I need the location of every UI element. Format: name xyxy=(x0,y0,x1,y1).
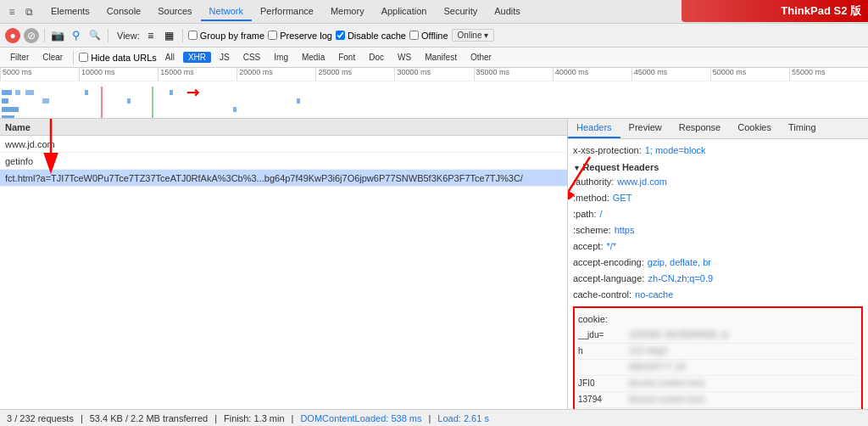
filter-all[interactable]: All xyxy=(160,52,180,63)
view-screenshot-button[interactable]: ▦ xyxy=(162,28,177,43)
filter-ws[interactable]: WS xyxy=(392,52,416,63)
request-headers-section[interactable]: Request Headers xyxy=(573,159,863,174)
cookie-key-1: h xyxy=(578,345,629,357)
header-key-accept: accept: xyxy=(573,240,603,253)
timeline-ticks: 5000 ms 10000 ms 15000 ms 20000 ms 25000… xyxy=(0,68,868,81)
name-column-header: Name xyxy=(0,122,567,132)
header-val-method: GET xyxy=(613,192,632,205)
cookie-val-3: blurred content here xyxy=(629,378,858,390)
header-val-language: zh-CN,zh;q=0.9 xyxy=(648,272,713,285)
filter-img[interactable]: Img xyxy=(269,52,293,63)
devtools-menu-icon[interactable]: ≡ xyxy=(3,3,20,20)
dock-icon[interactable]: ⧉ xyxy=(20,3,37,20)
header-cache: cache-control: no-cache xyxy=(573,287,863,303)
filter-media[interactable]: Media xyxy=(297,52,330,63)
tab-elements[interactable]: Elements xyxy=(42,3,98,21)
details-content: x-xss-protection: 1; mode=block Request … xyxy=(568,139,868,409)
requests-count: 3 / 232 requests xyxy=(7,413,74,423)
tick-9: 50000 ms xyxy=(710,68,789,81)
filter-other[interactable]: Other xyxy=(465,52,497,63)
filter-manifest[interactable]: Manifest xyxy=(420,52,462,63)
tab-application[interactable]: Application xyxy=(373,3,436,21)
group-by-frame-checkbox[interactable]: Group by frame xyxy=(188,31,264,41)
filter-css[interactable]: CSS xyxy=(238,52,266,63)
details-tab-headers[interactable]: Headers xyxy=(568,119,620,138)
camera-button[interactable]: 📷 xyxy=(50,28,65,43)
svg-rect-6 xyxy=(42,98,49,104)
cookie-key-2 xyxy=(578,362,629,373)
cookie-key-3: JFI0 xyxy=(578,378,629,390)
tab-performance[interactable]: Performance xyxy=(252,3,322,21)
offline-label: Offline xyxy=(421,31,448,41)
request-name-2: fct.html?a=TJI7TceW0Pu7Tce7TZ37TceATJ0Rf… xyxy=(5,173,523,183)
hide-data-urls-input[interactable] xyxy=(79,53,88,62)
network-toolbar: ● ⊘ 📷 ⚲ 🔍 View: ≡ ▦ Group by frame Prese… xyxy=(0,24,868,48)
clear-button[interactable]: Clear xyxy=(37,52,68,63)
svg-rect-10 xyxy=(233,107,236,112)
logo-text: ThinkPad S2 版 xyxy=(781,3,861,19)
header-method: :method: GET xyxy=(573,190,863,206)
details-tab-timing[interactable]: Timing xyxy=(780,119,825,138)
table-row[interactable]: www.jd.com xyxy=(0,136,567,153)
stop-button[interactable]: ⊘ xyxy=(24,28,39,43)
filter-button[interactable]: ⚲ xyxy=(69,28,84,43)
details-tab-response[interactable]: Response xyxy=(670,119,730,138)
preserve-log-input[interactable] xyxy=(268,31,277,40)
header-key-authority: :authority: xyxy=(573,176,614,188)
header-val-cache: no-cache xyxy=(635,289,673,301)
disable-cache-checkbox[interactable]: Disable cache xyxy=(336,31,406,41)
tab-network[interactable]: Network xyxy=(201,3,252,21)
request-name-1: getinfo xyxy=(5,156,33,166)
details-tab-cookies[interactable]: Cookies xyxy=(729,119,780,138)
record-button[interactable]: ● xyxy=(5,28,20,43)
filter-font[interactable]: Font xyxy=(333,52,360,63)
finish-info: Finish: 1.3 min xyxy=(224,413,285,423)
search-button[interactable]: 🔍 xyxy=(87,28,103,43)
cookie-val-1: 123 nfeg0 xyxy=(629,345,858,357)
filter-row: Filter Clear Hide data URLs All XHR JS C… xyxy=(0,48,868,68)
tab-memory[interactable]: Memory xyxy=(322,3,373,21)
cookie-val-2: 99D23F7 F .03 xyxy=(629,362,858,373)
tick-5: 30000 ms xyxy=(394,68,473,81)
cookie-row-3: JFI0 blurred content here xyxy=(578,376,858,392)
disable-cache-input[interactable] xyxy=(336,31,345,40)
tab-security[interactable]: Security xyxy=(435,3,486,21)
tab-console[interactable]: Console xyxy=(98,3,149,21)
online-dropdown[interactable]: Online ▾ xyxy=(452,29,495,42)
size-info: 53.4 KB / 2.2 MB transferred xyxy=(90,413,208,423)
table-row[interactable]: fct.html?a=TJI7TceW0Pu7Tce7TZ37TceATJ0Rf… xyxy=(0,170,567,187)
header-val-authority: www.jd.com xyxy=(617,176,667,188)
header-language: accept-language: zh-CN,zh;q=0.9 xyxy=(573,271,863,287)
hide-data-urls-checkbox[interactable]: Hide data URLs xyxy=(79,53,157,63)
requests-panel: Name www.jd.com getinfo fct.html?a=TJI7T… xyxy=(0,119,568,409)
header-scheme: :scheme: https xyxy=(573,222,863,238)
separator4: | xyxy=(429,413,431,423)
details-tab-preview[interactable]: Preview xyxy=(620,119,670,138)
tick-0: 5000 ms xyxy=(0,68,79,81)
preserve-log-checkbox[interactable]: Preserve log xyxy=(268,31,332,41)
preserve-log-label: Preserve log xyxy=(280,31,332,41)
svg-rect-5 xyxy=(25,90,34,95)
svg-rect-11 xyxy=(297,98,300,104)
svg-rect-1 xyxy=(2,98,8,104)
tab-audits[interactable]: Audits xyxy=(486,3,529,21)
filter-input-button[interactable]: Filter xyxy=(5,52,34,63)
details-panel: Headers Preview Response Cookies Timing … xyxy=(568,119,868,409)
group-by-frame-input[interactable] xyxy=(188,31,198,40)
filter-doc[interactable]: Doc xyxy=(364,52,389,63)
filter-xhr[interactable]: XHR xyxy=(183,52,211,63)
offline-checkbox[interactable]: Offline xyxy=(409,31,448,41)
table-row[interactable]: getinfo xyxy=(0,153,567,170)
header-key-scheme: :scheme: xyxy=(573,224,611,237)
tick-8: 45000 ms xyxy=(632,68,710,81)
load-link[interactable]: Load: 2.61 s xyxy=(437,413,489,423)
cookie-row-1: h 123 nfeg0 xyxy=(578,344,858,360)
header-val-xss: 1; mode=block xyxy=(645,144,706,157)
offline-input[interactable] xyxy=(409,31,419,40)
tab-sources[interactable]: Sources xyxy=(149,3,200,21)
tick-7: 40000 ms xyxy=(553,68,632,81)
filter-js[interactable]: JS xyxy=(214,52,235,63)
dom-content-loaded-link[interactable]: DOMContentLoaded: 538 ms xyxy=(300,413,421,423)
view-table-button[interactable]: ≡ xyxy=(143,28,159,43)
cookie-row-4: 13794 blurred content here xyxy=(578,392,858,408)
